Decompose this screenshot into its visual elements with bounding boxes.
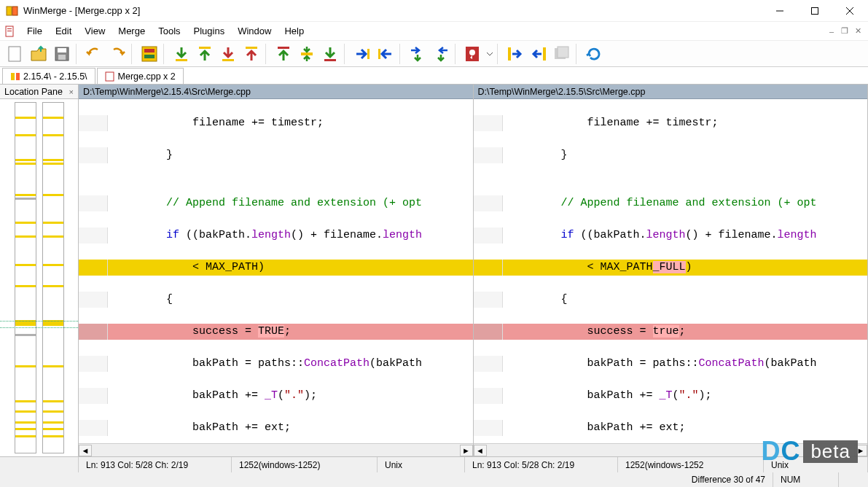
- last-diff-button[interactable]: [319, 43, 341, 65]
- left-pane-content[interactable]: filename += timestr; } // Append filenam…: [79, 99, 473, 443]
- svg-rect-17: [199, 47, 211, 49]
- svg-rect-24: [378, 49, 380, 59]
- svg-rect-33: [106, 72, 114, 81]
- all-right-button[interactable]: [504, 43, 526, 65]
- mdi-close-button[interactable]: ✕: [852, 26, 864, 37]
- left-pane: D:\Temp\WinMerge\2.15.4\Src\Merge.cpp fi…: [79, 85, 474, 456]
- maximize-button[interactable]: [802, 3, 827, 19]
- current-diff-button[interactable]: [296, 43, 318, 65]
- left-hscroll[interactable]: ◄►: [79, 443, 473, 456]
- tab-file-compare[interactable]: Merge.cpp x 2: [97, 68, 184, 84]
- left-pane-header: D:\Temp\WinMerge\2.15.4\Src\Merge.cpp: [79, 85, 473, 99]
- menu-file[interactable]: File: [20, 23, 49, 39]
- svg-point-26: [469, 50, 475, 55]
- svg-rect-31: [11, 73, 15, 80]
- all-left-button[interactable]: [528, 43, 550, 65]
- copy-right-button[interactable]: [351, 43, 373, 65]
- menu-tools[interactable]: Tools: [152, 23, 187, 39]
- menu-merge[interactable]: Merge: [112, 23, 152, 39]
- file-diff-icon: [105, 71, 115, 82]
- status-left-pos: Ln: 913 Col: 5/28 Ch: 2/19: [79, 457, 232, 472]
- copy-left-button[interactable]: [375, 43, 396, 65]
- new-button[interactable]: [4, 43, 26, 65]
- menubar: File Edit View Merge Tools Plugins Windo…: [0, 22, 868, 41]
- undo-button[interactable]: [83, 43, 105, 65]
- options-button[interactable]: [462, 43, 484, 65]
- svg-rect-23: [367, 49, 370, 59]
- compare-area: D:\Temp\WinMerge\2.15.4\Src\Merge.cpp fi…: [79, 85, 868, 456]
- svg-rect-18: [222, 59, 234, 61]
- right-pane-content[interactable]: filename += timestr; } // Append filenam…: [474, 99, 868, 443]
- status-right-enc: 1252(windows-1252: [618, 457, 764, 472]
- mdi-minimize-button[interactable]: –: [826, 26, 837, 37]
- svg-rect-1: [12, 7, 17, 15]
- svg-rect-30: [558, 47, 568, 58]
- svg-rect-20: [278, 47, 289, 49]
- refresh-button[interactable]: [583, 43, 605, 65]
- svg-rect-14: [144, 49, 155, 52]
- menu-help[interactable]: Help: [278, 23, 310, 39]
- minimize-button[interactable]: [767, 3, 792, 19]
- prev-diff-button[interactable]: [194, 43, 216, 65]
- save-button[interactable]: [51, 43, 73, 65]
- location-pane: Location Pane ×: [0, 85, 79, 456]
- location-pane-body[interactable]: [0, 99, 78, 456]
- tab-label: Merge.cpp x 2: [118, 71, 176, 82]
- folder-diff-icon: [10, 71, 20, 82]
- right-pane: D:\Temp\WinMerge\2.15.5\Src\Merge.cpp fi…: [474, 85, 869, 456]
- copy-left-advance-button[interactable]: [430, 43, 452, 65]
- status-left-eol: Unix: [378, 457, 465, 472]
- svg-rect-15: [144, 55, 155, 58]
- status-left-enc: 1252(windows-1252): [232, 457, 378, 472]
- right-pane-header: D:\Temp\WinMerge\2.15.5\Src\Merge.cpp: [474, 85, 868, 99]
- mdi-restore-button[interactable]: ❐: [839, 26, 851, 37]
- main-area: Location Pane ×: [0, 85, 868, 456]
- options-dropdown[interactable]: [485, 43, 494, 65]
- save-all-button[interactable]: [551, 43, 573, 65]
- location-pane-header: Location Pane ×: [0, 85, 78, 99]
- menu-window[interactable]: Window: [231, 23, 278, 39]
- copy-right-advance-button[interactable]: [407, 43, 429, 65]
- status-diff-count: Difference 30 of 47: [684, 472, 773, 487]
- menu-view[interactable]: View: [78, 23, 112, 39]
- first-diff-button[interactable]: [273, 43, 294, 65]
- svg-rect-27: [508, 47, 511, 61]
- right-hscroll[interactable]: ◄►: [474, 443, 868, 456]
- svg-rect-3: [812, 7, 818, 14]
- menu-edit[interactable]: Edit: [49, 23, 78, 39]
- svg-rect-28: [543, 47, 546, 61]
- svg-rect-16: [176, 59, 187, 61]
- menu-plugins[interactable]: Plugins: [187, 23, 232, 39]
- location-pane-close-icon[interactable]: ×: [69, 87, 74, 96]
- location-indicator: [0, 321, 82, 328]
- next-conflict-button[interactable]: [217, 43, 239, 65]
- svg-rect-12: [58, 55, 66, 60]
- window-title: WinMerge - [Merge.cpp x 2]: [23, 5, 767, 16]
- svg-rect-32: [16, 73, 20, 80]
- status-right-pos: Ln: 913 Col: 5/28 Ch: 2/19: [465, 457, 618, 472]
- next-diff-button[interactable]: [171, 43, 192, 65]
- tab-label: 2.15.4\ - 2.15.5\: [23, 71, 87, 82]
- svg-rect-7: [7, 28, 12, 29]
- tabbar: 2.15.4\ - 2.15.5\ Merge.cpp x 2: [0, 67, 868, 85]
- close-button[interactable]: [837, 3, 862, 19]
- svg-rect-11: [58, 48, 66, 52]
- svg-rect-19: [246, 47, 257, 49]
- diff-settings-button[interactable]: [138, 43, 160, 65]
- svg-rect-9: [9, 47, 20, 61]
- left-pane-path: D:\Temp\WinMerge\2.15.4\Src\Merge.cpp: [83, 87, 251, 97]
- statusbar-secondary: Difference 30 of 47 NUM: [0, 472, 868, 487]
- toolbar: [0, 41, 868, 67]
- tab-folder-compare[interactable]: 2.15.4\ - 2.15.5\: [2, 68, 95, 84]
- right-pane-path: D:\Temp\WinMerge\2.15.5\Src\Merge.cpp: [478, 87, 646, 97]
- document-icon: [4, 26, 16, 37]
- svg-rect-8: [7, 31, 12, 31]
- location-bar-left[interactable]: [15, 102, 36, 453]
- open-button[interactable]: [28, 43, 50, 65]
- prev-conflict-button[interactable]: [241, 43, 262, 65]
- status-numlock: NUM: [773, 472, 839, 487]
- status-right-eol: Unix: [764, 457, 868, 472]
- location-pane-title: Location Pane: [4, 87, 63, 97]
- location-bar-right[interactable]: [42, 102, 64, 453]
- redo-button[interactable]: [106, 43, 128, 65]
